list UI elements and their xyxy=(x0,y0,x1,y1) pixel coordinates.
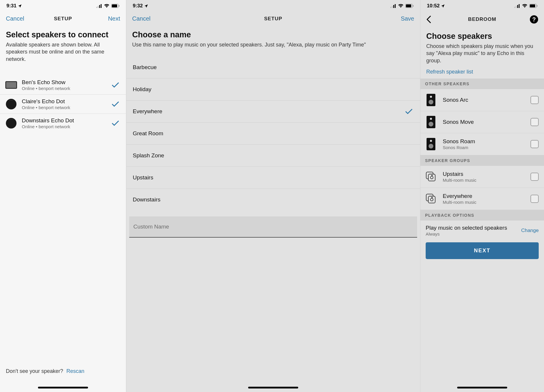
svg-point-22 xyxy=(430,96,432,98)
svg-rect-16 xyxy=(517,5,518,8)
name-label: Holiday xyxy=(133,86,151,93)
home-indicator[interactable] xyxy=(248,387,298,388)
location-icon xyxy=(441,4,445,8)
page-subheading: Use this name to play music on your sele… xyxy=(126,41,420,51)
page-heading: Choose speakers xyxy=(420,28,544,43)
status-bar: 9:32 xyxy=(126,0,420,11)
change-link[interactable]: Change xyxy=(521,228,539,233)
nav-title: SETUP xyxy=(156,16,391,22)
name-list: Barbecue Holiday Everywhere Great Room S… xyxy=(126,56,420,211)
back-button[interactable] xyxy=(426,16,450,23)
svg-rect-9 xyxy=(393,5,394,8)
cancel-button[interactable]: Cancel xyxy=(6,15,29,22)
svg-rect-1 xyxy=(98,6,99,8)
name-option[interactable]: Everywhere xyxy=(126,101,420,123)
group-name: Upstairs xyxy=(443,171,530,177)
battery-icon xyxy=(405,4,414,8)
next-primary-button[interactable]: NEXT xyxy=(426,242,539,259)
device-name: Ben's Echo Show xyxy=(22,79,111,86)
nav-title: BEDROOM xyxy=(450,16,515,22)
playback-title: Play music on selected speakers xyxy=(426,225,521,231)
group-row[interactable]: Everywhere Multi-room music xyxy=(420,188,544,210)
section-playback-options: PLAYBACK OPTIONS xyxy=(420,210,544,221)
cellular-signal-icon xyxy=(514,4,520,8)
svg-point-28 xyxy=(430,140,432,142)
group-row[interactable]: Upstairs Multi-room music xyxy=(420,166,544,188)
speaker-row[interactable]: Claire's Echo Dot Online • benport netwo… xyxy=(0,95,126,114)
speaker-checkbox[interactable] xyxy=(530,140,539,148)
speaker-checkbox[interactable] xyxy=(530,96,539,104)
cellular-signal-icon xyxy=(390,4,396,8)
speaker-checkbox[interactable] xyxy=(530,118,539,126)
page-heading: Choose a name xyxy=(126,26,420,41)
next-button[interactable]: Next xyxy=(97,15,120,22)
group-sub: Multi-room music xyxy=(443,178,530,183)
speaker-row[interactable]: Ben's Echo Show Online • benport network xyxy=(0,76,126,95)
checkmark-icon xyxy=(111,120,120,126)
svg-rect-17 xyxy=(519,4,520,8)
section-other-speakers: OTHER SPEAKERS xyxy=(420,79,544,89)
speaker-name: Sonos Arc xyxy=(443,97,530,103)
speaker-icon xyxy=(426,93,436,107)
save-button[interactable]: Save xyxy=(391,15,414,22)
svg-rect-12 xyxy=(406,4,411,7)
battery-icon xyxy=(529,4,538,8)
custom-name-input[interactable]: Custom Name xyxy=(129,216,417,238)
speaker-row[interactable]: Sonos Arc xyxy=(420,89,544,111)
wifi-icon xyxy=(398,4,404,8)
home-indicator[interactable] xyxy=(457,387,507,388)
refresh-speakers-link[interactable]: Refresh speaker list xyxy=(426,69,473,75)
svg-rect-8 xyxy=(392,6,393,8)
svg-rect-14 xyxy=(514,7,515,8)
name-option[interactable]: Holiday xyxy=(126,79,420,101)
device-name: Downstairs Echo Dot xyxy=(22,117,111,124)
speaker-row[interactable]: Downstairs Echo Dot Online • benport net… xyxy=(0,114,126,133)
name-option[interactable]: Great Room xyxy=(126,123,420,145)
cancel-button[interactable]: Cancel xyxy=(132,15,156,22)
location-icon xyxy=(144,4,148,8)
nav-bar: Cancel SETUP Next xyxy=(0,11,126,26)
name-option[interactable]: Upstairs xyxy=(126,167,420,189)
home-indicator[interactable] xyxy=(38,387,88,388)
rescan-link[interactable]: Rescan xyxy=(67,368,84,374)
nav-bar: BEDROOM ? xyxy=(420,11,544,28)
svg-point-23 xyxy=(429,100,433,104)
name-label: Downstairs xyxy=(133,196,160,203)
page-subheading: Available speakers are shown below. All … xyxy=(0,41,126,66)
speaker-sub: Sonos Roam xyxy=(443,145,530,150)
playback-value: Always xyxy=(426,231,521,236)
svg-point-29 xyxy=(429,144,433,149)
status-time: 9:32 xyxy=(133,3,143,9)
svg-rect-2 xyxy=(99,5,100,8)
speaker-row[interactable]: Sonos Roam Sonos Roam xyxy=(420,133,544,155)
playback-option-row: Play music on selected speakers Always C… xyxy=(420,221,544,238)
name-label: Splash Zone xyxy=(133,152,164,159)
svg-rect-7 xyxy=(390,7,391,8)
footer-text: Don't see your speaker? xyxy=(6,368,63,374)
page-heading: Select speakers to connect xyxy=(0,26,126,41)
battery-icon xyxy=(111,4,120,8)
group-checkbox[interactable] xyxy=(530,195,539,203)
device-status: Online • benport network xyxy=(22,124,111,129)
status-bar: 10:52 xyxy=(420,0,544,11)
status-time: 10:52 xyxy=(427,3,439,9)
screen-select-speakers: 9:31 Cancel SETUP Next S xyxy=(0,0,126,392)
speaker-name: Sonos Move xyxy=(443,119,530,125)
speaker-row[interactable]: Sonos Move xyxy=(420,111,544,133)
name-option[interactable]: Splash Zone xyxy=(126,145,420,167)
name-option[interactable]: Barbecue xyxy=(126,56,420,79)
nav-bar: Cancel SETUP Save xyxy=(126,11,420,26)
section-speaker-groups: SPEAKER GROUPS xyxy=(420,155,544,166)
device-name: Claire's Echo Dot xyxy=(22,98,111,105)
cellular-signal-icon xyxy=(96,4,102,8)
svg-rect-3 xyxy=(101,4,102,8)
page-subheading: Choose which speakers play music when yo… xyxy=(420,43,544,67)
speaker-group-icon xyxy=(426,170,436,184)
echo-dot-icon xyxy=(5,117,17,129)
name-option[interactable]: Downstairs xyxy=(126,189,420,211)
svg-rect-0 xyxy=(96,7,97,8)
help-button[interactable]: ? xyxy=(530,15,538,24)
group-sub: Multi-room music xyxy=(443,200,530,205)
speaker-group-icon xyxy=(426,192,436,206)
group-checkbox[interactable] xyxy=(530,173,539,181)
